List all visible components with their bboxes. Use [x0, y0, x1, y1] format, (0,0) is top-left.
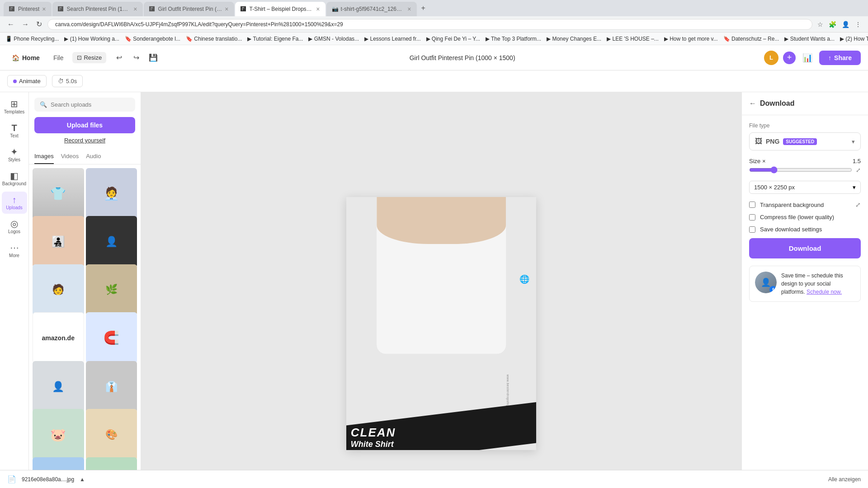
shirt-title-sub: White Shirt: [351, 440, 396, 449]
browser-tab-tshirt[interactable]: 🅿 T-Shirt – Beispiel Dropshippi... ×: [235, 2, 326, 16]
sidebar-item-uploads[interactable]: ↑ Uploads: [2, 192, 27, 214]
shirt-title-main: CLEAN: [351, 426, 396, 440]
tab-close-girl[interactable]: ×: [225, 5, 228, 13]
save-settings-option: Save download settings: [749, 226, 861, 233]
upload-image-amazon[interactable]: amazon.de: [33, 312, 84, 364]
upload-image-colorful[interactable]: 🎨: [86, 409, 137, 460]
refresh-button[interactable]: ↻: [34, 18, 44, 30]
user-icon[interactable]: 👤: [840, 19, 851, 29]
sidebar-item-text[interactable]: T Text: [2, 120, 27, 142]
file-type-value: PNG: [766, 138, 779, 145]
bookmark-icon[interactable]: ☆: [816, 19, 825, 29]
bookmark-qing[interactable]: ▶ Qing Fei De Yi – Y...: [426, 36, 480, 42]
canvas-area: ↻ 🌐 29,99€: [141, 92, 741, 488]
file-type-selector[interactable]: 🖼 PNG SUGGESTED ▾: [749, 132, 861, 150]
bookmark-top3[interactable]: ▶ The Top 3 Platform...: [486, 36, 541, 42]
bookmark-phone-recycling[interactable]: 📱 Phone Recycling...: [5, 36, 59, 42]
add-collaborator-button[interactable]: +: [783, 52, 796, 64]
tab-close-pinterest[interactable]: ×: [42, 5, 46, 13]
upload-image-4[interactable]: 👤: [86, 216, 137, 267]
compress-checkbox[interactable]: [749, 214, 755, 221]
search-box[interactable]: 🔍: [34, 98, 135, 112]
tab-close-search[interactable]: ×: [133, 5, 137, 13]
bookmark-student[interactable]: ▶ Student Wants a...: [784, 36, 835, 42]
timer-button[interactable]: ⏱ 5.0s: [52, 75, 83, 87]
download-panel: ← Download File type 🖼 PNG SUGGESTED ▾ S…: [741, 92, 868, 488]
transparent-bg-checkbox[interactable]: [749, 202, 755, 208]
sidebar-item-styles[interactable]: ✦ Styles: [2, 144, 27, 166]
upload-image-7[interactable]: 👤: [33, 361, 84, 413]
tab-videos[interactable]: Videos: [61, 149, 79, 164]
menu-icon[interactable]: ⋮: [854, 19, 863, 29]
globe-icon[interactable]: 🌐: [518, 273, 531, 286]
file-button[interactable]: File: [50, 52, 67, 64]
upload-image-2[interactable]: 🧑‍💼: [86, 168, 137, 220]
browser-tab-pinterest[interactable]: 🅿 Pinterest ×: [4, 2, 52, 16]
bookmark-lessons[interactable]: ▶ Lessons Learned fr...: [364, 36, 420, 42]
home-button[interactable]: 🏠 Home: [7, 52, 44, 64]
share-button[interactable]: ↑ Share: [819, 51, 861, 65]
download-file-icon: 📄: [7, 475, 16, 483]
download-button[interactable]: Download: [749, 238, 861, 258]
tab-audio[interactable]: Audio: [86, 149, 101, 164]
bookmark-money[interactable]: ▶ Money Changes E...: [547, 36, 601, 42]
tab-images[interactable]: Images: [34, 149, 54, 164]
size-slider[interactable]: [749, 166, 852, 174]
tab-favicon-search: 🅿: [58, 6, 64, 12]
browser-tab-search[interactable]: 🅿 Search Pinterest Pin (1000 × ×: [52, 2, 143, 16]
bookmark-chinese[interactable]: 🔖 Chinese translatio...: [186, 36, 242, 42]
upload-image-magnet[interactable]: 🧲: [86, 312, 137, 364]
forward-button[interactable]: →: [20, 19, 31, 30]
resize-button[interactable]: ⊡ Resize: [72, 52, 106, 63]
bookmark-more[interactable]: ▶ How to get more v...: [664, 36, 718, 42]
panel-back-button[interactable]: ←: [749, 99, 756, 108]
save-settings-checkbox[interactable]: [749, 226, 755, 233]
bookmark-how-working[interactable]: ▶ (1) How Working a...: [64, 36, 119, 42]
timer-icon: ⏱: [58, 78, 64, 84]
bookmark-datenschutz[interactable]: 🔖 Datenschutz – Re...: [723, 36, 779, 42]
upload-image-1[interactable]: 👕: [33, 168, 84, 220]
upload-files-button[interactable]: Upload files: [34, 117, 135, 133]
tab-close-tshirt[interactable]: ×: [316, 5, 320, 13]
bookmarks-bar: 📱 Phone Recycling... ▶ (1) How Working a…: [0, 33, 868, 45]
bookmark-gmsn[interactable]: ▶ GMSN - Volodas...: [308, 36, 359, 42]
bookmark-sonder[interactable]: 🔖 Sonderangebote l...: [125, 36, 180, 42]
size-expand-icon[interactable]: ⤢: [856, 167, 861, 174]
chevron-down-icon: ▾: [852, 138, 855, 145]
redo-button[interactable]: ↪: [129, 51, 143, 65]
upload-image-piggy[interactable]: 🐷: [33, 409, 84, 460]
extensions-icon[interactable]: 🧩: [827, 19, 838, 29]
tab-favicon-pinterest: 🅿: [9, 6, 15, 12]
sidebar-item-more[interactable]: ⋯ More: [2, 239, 27, 262]
upload-image-6[interactable]: 🌿: [86, 264, 137, 316]
bookmark-how-to-add[interactable]: ▶ (2) How To Add A...: [840, 36, 868, 42]
sidebar-item-templates[interactable]: ⊞ Templates: [2, 96, 27, 118]
undo-button[interactable]: ↩: [112, 51, 126, 65]
px-selector[interactable]: 1500 × 2250 px ▾: [749, 181, 861, 194]
upload-image-3[interactable]: 👨‍👧‍👦: [33, 216, 84, 267]
search-input[interactable]: [51, 101, 130, 108]
analytics-button[interactable]: 📊: [800, 51, 815, 65]
alle-anzeigen-button[interactable]: Alle anzeigen: [828, 476, 861, 483]
browser-tab-girl-outfit[interactable]: 🅿 Girl Outfit Pinterest Pin (1000 ×: [144, 2, 234, 16]
animate-button[interactable]: Animate: [7, 75, 47, 87]
new-tab-button[interactable]: +: [418, 2, 429, 14]
sidebar-item-logos[interactable]: ◎ Logos: [2, 216, 27, 238]
bookmark-lee[interactable]: ▶ LEE 'S HOUSE –...: [607, 36, 659, 42]
address-input[interactable]: [47, 19, 812, 30]
schedule-now-link[interactable]: Schedule now.: [807, 289, 842, 295]
bookmark-tutorial[interactable]: ▶ Tutorial: Eigene Fa...: [247, 36, 303, 42]
sidebar-item-background[interactable]: ◧ Background: [2, 168, 27, 190]
design-canvas[interactable]: 🌐 29,99€ www.besterdropshippingstore.com…: [346, 197, 536, 450]
save-button[interactable]: 💾: [146, 51, 160, 65]
tab-close-image[interactable]: ×: [407, 5, 411, 13]
back-button[interactable]: ←: [5, 19, 16, 30]
record-yourself-button[interactable]: Record yourself: [34, 137, 135, 144]
upload-image-8[interactable]: 👔: [86, 361, 137, 413]
browser-tab-image[interactable]: 📷 t-shirt-g5f96741c2_1260.jpg ×: [326, 2, 417, 16]
suggested-badge: SUGGESTED: [783, 138, 817, 145]
transparent-expand-icon[interactable]: ⤢: [855, 201, 861, 208]
upload-image-5[interactable]: 🧑: [33, 264, 84, 316]
resize-label: Resize: [84, 54, 102, 61]
user-avatar[interactable]: L: [764, 51, 778, 65]
